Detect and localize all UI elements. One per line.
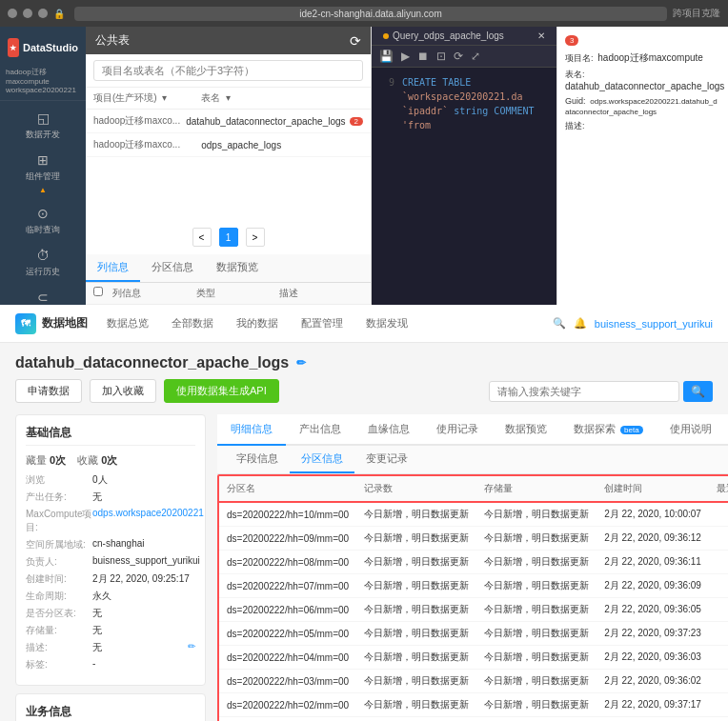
table-cell: odps_apache_logs	[201, 138, 363, 151]
table-row: ds=20200222/hh=06/mm=00 今日新增，明日数据更新 今日新增…	[219, 598, 728, 622]
dm-logo-icon: 🗺	[15, 313, 36, 334]
datastudio-section: 🔒 ide2-cn-shanghai.data.aliyun.com 跨项目克隆…	[0, 0, 728, 305]
info-storage: 存储量: 无	[26, 624, 195, 637]
nav-item-overview[interactable]: 数据总览	[103, 316, 152, 330]
workflow-icon: ⊂	[37, 290, 49, 305]
save-tool-btn[interactable]: 💾	[379, 50, 394, 63]
tab-column-info[interactable]: 列信息	[86, 254, 140, 282]
tab-data-explore[interactable]: 数据探索 beta	[560, 414, 657, 446]
created-time-cell: 2月 22, 2020, 09:36:02	[597, 670, 709, 693]
dm-search-input[interactable]	[489, 381, 679, 402]
storage-cell: 今日新增，明日数据更新	[476, 551, 597, 574]
browser-refresh-btn[interactable]	[38, 9, 48, 18]
select-all-checkbox[interactable]	[93, 287, 103, 296]
table-search-input[interactable]	[93, 60, 363, 81]
tab-label: 使用说明	[670, 423, 712, 434]
stop-tool-btn[interactable]: ⏹	[417, 50, 429, 63]
col-partition-name: 分区名	[219, 476, 356, 502]
sub-tab-field-info[interactable]: 字段信息	[225, 446, 290, 473]
sidebar-item-label: 组件管理	[26, 170, 60, 183]
alert-icon: ▲	[39, 186, 47, 194]
format-tool-btn[interactable]: ⊡	[436, 50, 446, 63]
sidebar-item-data-dev[interactable]: ◱ 数据开发	[0, 105, 86, 147]
nav-item-config[interactable]: 配置管理	[297, 316, 347, 330]
edit-title-icon[interactable]: ✏	[296, 356, 306, 370]
ds-left-panel: 公共表 ⟳ 项目(生产环境) ▾ 表名 ▾ h	[86, 27, 372, 305]
sidebar-item-run-history[interactable]: ⏱ 运行历史	[0, 242, 86, 284]
current-page-btn[interactable]: 1	[219, 228, 238, 247]
col-storage: 存储量	[476, 476, 597, 502]
tab-output-info[interactable]: 产出信息	[286, 414, 354, 446]
ds-tab-bar: 列信息 分区信息 数据预览	[86, 254, 371, 283]
run-tool-btn[interactable]: ▶	[401, 50, 410, 63]
info-guid-row: Guid: odps.workspace20200221.datahub_dat…	[565, 95, 720, 116]
col-info-header: 列信息	[112, 287, 196, 300]
nav-item-discover[interactable]: 数据发现	[362, 316, 412, 330]
secure-icon: 🔒	[53, 9, 65, 19]
col-updated-time: 最近更新时间	[709, 476, 728, 502]
dm-sub-tabs: 字段信息 分区信息 变更记录	[217, 446, 728, 474]
apply-data-btn[interactable]: 申请数据	[15, 379, 82, 403]
prev-page-btn[interactable]: <	[192, 228, 212, 247]
tab-usage-record[interactable]: 使用记录	[423, 414, 492, 446]
partition-name-cell: ds=20200222/hh=05/mm=00	[219, 622, 356, 646]
updated-time-cell	[709, 502, 728, 527]
reload-tool-btn[interactable]: ⟳	[454, 50, 463, 63]
stat-shoucang: 收藏 0次	[77, 453, 117, 468]
dm-action-bar: 申请数据 加入收藏 使用数据集生成API 🔍	[15, 379, 713, 403]
sub-tab-change-record[interactable]: 变更记录	[354, 446, 419, 473]
code-editor-area[interactable]: 9 CREATE TABLE `workspace20200221.da `ip…	[372, 68, 556, 305]
ds-panel-header: 公共表 ⟳	[86, 27, 371, 54]
ds-search-bar	[86, 54, 371, 88]
storage-cell: 今日新增，明日数据更新	[476, 622, 597, 646]
edit-desc-icon[interactable]: ✏	[188, 641, 195, 654]
expand-tool-btn[interactable]: ⤢	[471, 50, 480, 63]
sidebar-item-manual-workflow[interactable]: ⊂ 手动业务流程	[0, 284, 86, 305]
add-collect-btn[interactable]: 加入收藏	[90, 379, 156, 403]
ds-info-panel: 3 项目名: hadoop迁移maxcompute 表名: datahub_da…	[556, 27, 728, 305]
dm-main-tabs: 明细信息 产出信息 血缘信息 使用记录 数据预览 数据探索	[217, 414, 728, 446]
partition-name-cell: ds=20200222/hh=06/mm=00	[219, 598, 356, 622]
editor-toolbar: 💾 ▶ ⏹ ⊡ ⟳ ⤢	[372, 46, 556, 68]
tab-data-preview[interactable]: 数据预览	[492, 414, 560, 446]
tab-data-preview[interactable]: 数据预览	[205, 254, 270, 282]
basic-info-card: 基础信息 藏量 0次 收藏 0次 浏览 0人 产出任务: 无 MaxCompu	[15, 414, 206, 686]
sidebar-item-temp-query[interactable]: ⊙ 临时查询	[0, 200, 86, 242]
tab-usage-guide[interactable]: 使用说明	[657, 414, 725, 446]
search-icon[interactable]: 🔍	[553, 317, 566, 330]
datamap-section: 🗺 数据地图 数据总览 全部数据 我的数据 配置管理 数据发现 🔍 🔔 buis…	[0, 305, 728, 721]
browser-forward-btn[interactable]	[23, 9, 32, 18]
bell-icon[interactable]: 🔔	[574, 317, 587, 330]
storage-cell: 今日新增，明日数据更新	[476, 527, 597, 551]
sidebar-item-component-mgmt[interactable]: ⊞ 组件管理 ▲	[0, 147, 86, 200]
project-cell: hadoop迁移maxco...	[93, 138, 201, 151]
editor-dot	[383, 33, 389, 39]
browser-back-btn[interactable]	[8, 9, 17, 18]
use-api-btn[interactable]: 使用数据集生成API	[164, 379, 279, 403]
tab-partition-info[interactable]: 分区信息	[140, 254, 205, 282]
records-cell: 今日新增，明日数据更新	[356, 527, 476, 551]
filter-icon[interactable]: ▾	[162, 92, 167, 103]
partition-name-cell: ds=20200222/hh=03/mm=00	[219, 670, 356, 693]
sub-tab-partition-info[interactable]: 分区信息	[290, 446, 354, 473]
info-maxcompute-project: MaxCompute项目: odps.workspace20200221	[26, 508, 195, 534]
info-liulan: 浏览 0人	[26, 473, 195, 487]
close-editor-btn[interactable]: ✕	[537, 30, 545, 41]
partition-table-container: 分区名 记录数 存储量 创建时间 最近更新时间 ds=20200222/hh=1…	[217, 474, 728, 721]
table-row[interactable]: hadoop迁移maxco... odps_apache_logs	[86, 133, 371, 157]
table-row[interactable]: hadoop迁移maxco... datahub_dataconnector_a…	[86, 110, 371, 133]
filter-icon2[interactable]: ▾	[226, 92, 231, 103]
dm-search-btn[interactable]: 🔍	[683, 381, 713, 402]
sidebar-item-label: 数据开发	[26, 129, 60, 141]
nav-item-all-data[interactable]: 全部数据	[168, 316, 217, 330]
nav-item-my-data[interactable]: 我的数据	[233, 316, 282, 330]
updated-time-cell	[709, 622, 728, 646]
table-row: ds=20200222/hh=07/mm=00 今日新增，明日数据更新 今日新增…	[219, 574, 728, 598]
table-row: ds=20200222/hh=01/mm=00 今日新增，明日数据更新 今日新增…	[219, 717, 728, 722]
col-table-header: 表名 ▾	[201, 91, 363, 105]
next-page-btn[interactable]: >	[246, 228, 265, 247]
browser-bar: 🔒 ide2-cn-shanghai.data.aliyun.com 跨项目克隆	[0, 0, 728, 27]
tab-detail-info[interactable]: 明细信息	[217, 414, 286, 446]
refresh-icon[interactable]: ⟳	[350, 33, 361, 49]
tab-bloodline-info[interactable]: 血缘信息	[354, 414, 423, 446]
